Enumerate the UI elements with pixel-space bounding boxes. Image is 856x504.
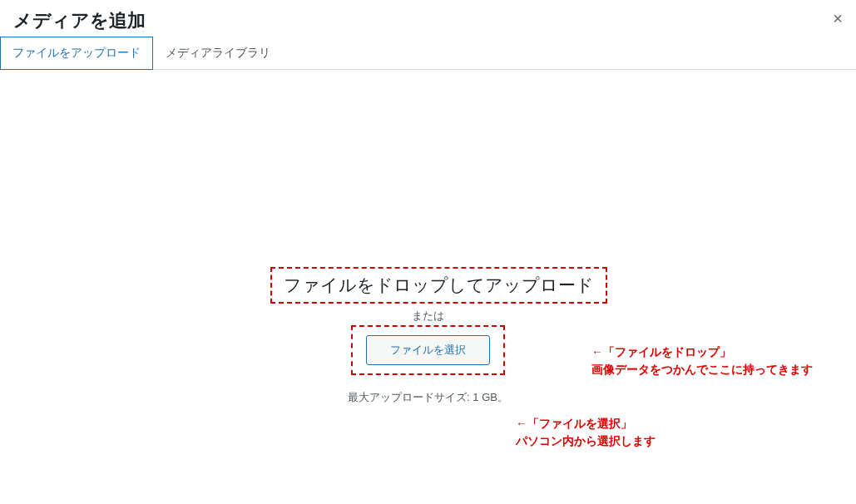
annotation-select: ←「ファイルを選択」 パソコン内から選択します	[516, 415, 656, 450]
upload-area: ファイルをドロップしてアップロード または ファイルを選択 最大アップロードサイ…	[0, 70, 856, 502]
drop-instruction-text: ファイルをドロップしてアップロード	[284, 274, 594, 297]
annotation-select-title: 「ファイルを選択」	[527, 417, 632, 430]
tab-bar: ファイルをアップロード メディアライブラリ	[0, 37, 856, 70]
select-file-highlight: ファイルを選択	[351, 325, 505, 375]
tab-media-library[interactable]: メディアライブラリ	[153, 37, 283, 70]
tab-upload-files[interactable]: ファイルをアップロード	[0, 37, 153, 70]
modal-title: メディアを追加	[13, 8, 843, 33]
upload-center: ファイルをドロップしてアップロード または ファイルを選択 最大アップロードサイ…	[270, 267, 586, 405]
modal-header: メディアを追加 ×	[0, 0, 856, 37]
annotation-drop-desc: 画像データをつかんでここに持ってきます	[591, 363, 813, 376]
close-icon[interactable]: ×	[829, 7, 846, 30]
arrow-left-icon: ←	[591, 345, 603, 358]
max-upload-size-label: 最大アップロードサイズ: 1 GB。	[270, 390, 586, 405]
select-files-button[interactable]: ファイルを選択	[366, 335, 490, 365]
arrow-left-icon: ←	[516, 417, 527, 430]
or-label: または	[270, 309, 586, 324]
annotation-select-desc: パソコン内から選択します	[516, 434, 656, 447]
annotation-drop-title: 「ファイルをドロップ」	[603, 345, 731, 358]
drop-zone-highlight: ファイルをドロップしてアップロード	[270, 267, 607, 304]
annotation-drop: ←「ファイルをドロップ」 画像データをつかんでここに持ってきます	[591, 343, 813, 378]
